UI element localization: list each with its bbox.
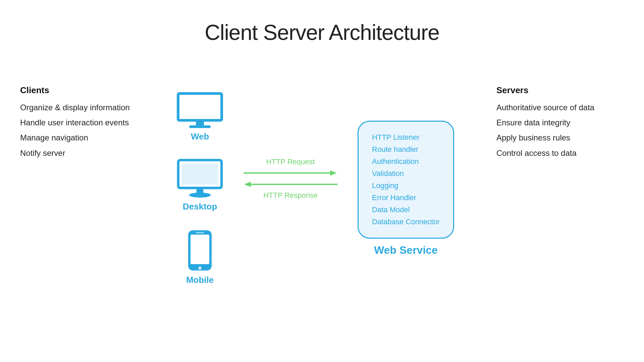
http-request-label: HTTP Request: [266, 158, 315, 166]
client-item-3: Manage navigation: [20, 132, 134, 143]
web-service-box: HTTP Listener Route handler Authenticati…: [358, 121, 454, 239]
ws-item-5: Logging: [372, 180, 440, 191]
server-item-1: Authoritative source of data: [496, 102, 624, 113]
clients-devices-col: Web Deskto: [176, 92, 223, 285]
mobile-label: Mobile: [186, 275, 214, 285]
clients-panel: Clients Organize & display information H…: [20, 85, 134, 163]
server-item-2: Ensure data integrity: [496, 117, 624, 128]
arrows-col: HTTP Request HTTP Response: [244, 158, 337, 200]
svg-point-6: [189, 193, 211, 198]
ws-item-4: Validation: [372, 168, 440, 179]
mobile-device: Mobile: [186, 229, 214, 285]
web-service-items-list: HTTP Listener Route handler Authenticati…: [372, 132, 440, 228]
client-item-2: Handle user interaction events: [20, 117, 134, 128]
desktop-label: Desktop: [183, 201, 217, 212]
ws-item-7: Data Model: [372, 204, 440, 216]
svg-rect-0: [178, 94, 222, 120]
svg-rect-2: [189, 125, 211, 128]
web-device: Web: [176, 92, 223, 142]
svg-point-10: [198, 266, 202, 270]
svg-rect-4: [182, 164, 218, 185]
diagram-inner: Web Deskto: [148, 92, 483, 285]
web-label: Web: [191, 131, 209, 142]
svg-marker-13: [330, 170, 337, 176]
web-service-wrapper: HTTP Listener Route handler Authenticati…: [358, 121, 454, 257]
svg-point-7: [199, 189, 201, 191]
svg-rect-1: [196, 120, 204, 126]
ws-item-8: Database Connector: [372, 216, 440, 228]
ws-item-6: Error Handler: [372, 192, 440, 203]
http-request-arrow: [244, 169, 337, 177]
svg-rect-9: [191, 235, 209, 264]
page-title: Client Server Architecture: [0, 0, 644, 45]
http-response-label: HTTP Response: [263, 191, 318, 200]
server-item-4: Control access to data: [496, 148, 624, 158]
main-content: Clients Organize & display information H…: [0, 58, 644, 285]
http-response-row: HTTP Response: [244, 180, 337, 200]
ws-item-2: Route handler: [372, 144, 440, 155]
mobile-phone-icon: [186, 229, 213, 272]
web-service-label: Web Service: [374, 244, 438, 256]
server-item-3: Apply business rules: [496, 132, 624, 143]
servers-heading: Servers: [496, 85, 624, 96]
ws-item-1: HTTP Listener: [372, 132, 440, 143]
clients-list: Organize & display information Handle us…: [20, 102, 134, 158]
servers-list: Authoritative source of data Ensure data…: [496, 102, 624, 158]
http-response-arrow: [244, 180, 337, 188]
svg-rect-11: [196, 232, 204, 233]
servers-panel: Servers Authoritative source of data Ens…: [496, 85, 624, 163]
diagram-area: Web Deskto: [148, 85, 483, 285]
ws-item-3: Authentication: [372, 156, 440, 167]
svg-marker-15: [244, 182, 251, 187]
desktop-monitor-icon: [176, 159, 223, 199]
clients-heading: Clients: [20, 85, 134, 96]
http-request-row: HTTP Request: [244, 158, 337, 177]
client-item-1: Organize & display information: [20, 102, 134, 113]
web-monitor-icon: [176, 92, 223, 129]
desktop-device: Desktop: [176, 159, 223, 212]
client-item-4: Notify server: [20, 148, 134, 158]
